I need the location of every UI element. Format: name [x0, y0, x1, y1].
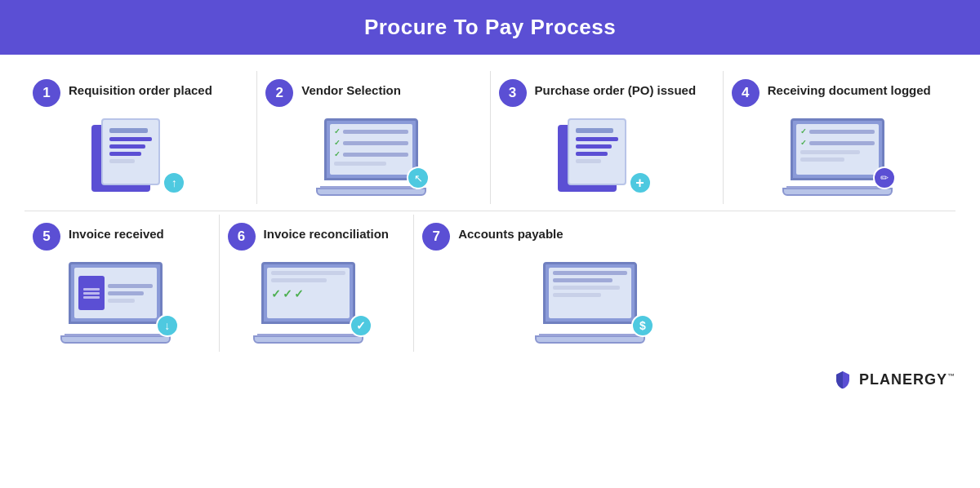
step-4-header: 4 Receiving document logged [732, 79, 931, 107]
step-7: 7 Accounts payable [414, 215, 782, 352]
step-3-header: 3 Purchase order (PO) issued [499, 79, 697, 107]
step-7-number: 7 [422, 223, 450, 251]
row-divider [24, 211, 956, 211]
step-7-illustration: $ [422, 262, 769, 344]
step-4: 4 Receiving document logged ✓ [724, 71, 956, 204]
step-1-title: Requisition order placed [69, 79, 212, 99]
step-5-title: Invoice received [69, 223, 164, 242]
step-4-illustration: ✓ ✓ ✏ [732, 118, 943, 196]
step-1-illustration: ↑ [33, 118, 244, 196]
step-5: 5 Invoice received [24, 215, 220, 352]
step-6-header: 6 Invoice reconciliation [228, 223, 389, 251]
step-4-title: Receiving document logged [768, 79, 931, 99]
empty-filler [782, 215, 956, 352]
planergy-shield-icon [833, 370, 853, 389]
step-2-illustration: ✓ ✓ ✓ [265, 118, 477, 196]
step-1: 1 Requisition order placed [24, 71, 257, 204]
step-5-header: 5 Invoice received [33, 223, 164, 251]
step-3-illustration: + [499, 118, 710, 196]
logo-bar: PLANERGY™ [0, 366, 980, 389]
step-6-number: 6 [228, 223, 256, 251]
step-5-illustration: ↓ [33, 262, 207, 344]
step-2-title: Vendor Selection [301, 79, 401, 99]
step-6-title: Invoice reconciliation [264, 223, 389, 242]
page-title: Procure To Pay Process [0, 0, 980, 55]
step-1-header: 1 Requisition order placed [33, 79, 212, 107]
step-2-number: 2 [265, 79, 293, 107]
steps-row-top: 1 Requisition order placed [24, 71, 956, 204]
step-7-header: 7 Accounts payable [422, 223, 563, 251]
step-6: 6 Invoice reconciliation [220, 215, 415, 352]
step-3: 3 Purchase order (PO) issued [491, 71, 724, 204]
step-3-title: Purchase order (PO) issued [535, 79, 697, 99]
title-text: Procure To Pay Process [364, 15, 616, 39]
logo-text: PLANERGY™ [859, 371, 956, 388]
step-2-header: 2 Vendor Selection [265, 79, 401, 107]
step-1-number: 1 [33, 79, 60, 107]
step-3-number: 3 [499, 79, 527, 107]
step-4-number: 4 [732, 79, 760, 107]
step-5-number: 5 [33, 223, 60, 251]
main-content: 1 Requisition order placed [0, 55, 980, 366]
step-6-illustration: ✓ ✓ ✓ ✓ [228, 262, 402, 344]
step-7-title: Accounts payable [458, 223, 563, 242]
steps-row-bottom: 5 Invoice received [24, 215, 956, 352]
step-2: 2 Vendor Selection [257, 71, 490, 204]
